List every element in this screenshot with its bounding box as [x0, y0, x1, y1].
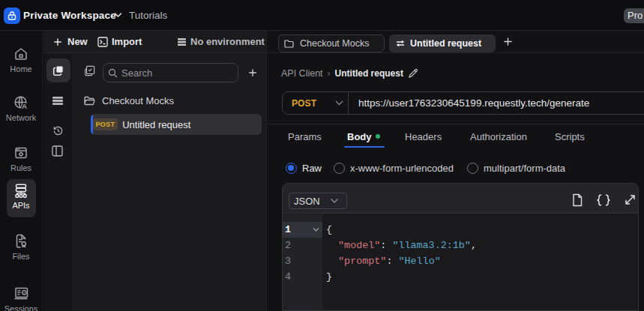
svg-text:A: A — [22, 102, 27, 110]
